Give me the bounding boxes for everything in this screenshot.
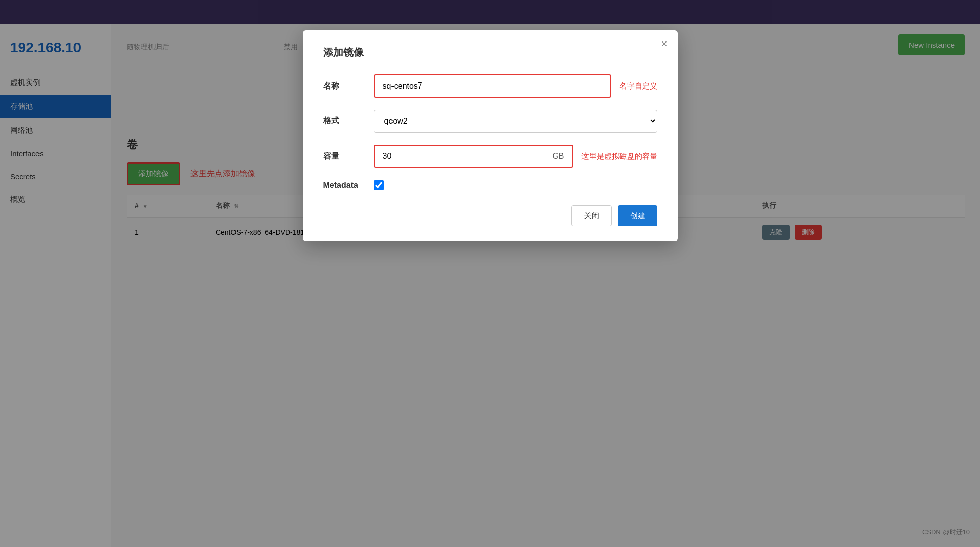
name-annotation: 名字自定义 — [619, 81, 657, 91]
capacity-input[interactable] — [375, 146, 544, 167]
form-row-metadata: Metadata — [323, 180, 657, 190]
format-label: 格式 — [323, 116, 374, 127]
format-select[interactable]: qcow2 raw vmdk iso — [374, 110, 657, 133]
add-image-modal: 添加镜像 × 名称 名字自定义 格式 qcow2 raw vmdk iso — [303, 30, 678, 241]
modal-close-button[interactable]: × — [661, 38, 668, 49]
modal-overlay: 添加镜像 × 名称 名字自定义 格式 qcow2 raw vmdk iso — [0, 0, 980, 547]
metadata-checkbox[interactable] — [374, 180, 384, 190]
capacity-label: 容量 — [323, 151, 374, 162]
format-select-wrapper: qcow2 raw vmdk iso — [374, 110, 657, 133]
modal-title: 添加镜像 — [323, 46, 657, 59]
capacity-suffix: GB — [544, 152, 572, 161]
name-label: 名称 — [323, 81, 374, 92]
metadata-label: Metadata — [323, 181, 374, 190]
name-input-wrapper — [374, 74, 611, 98]
modal-footer: 关闭 创建 — [323, 205, 657, 226]
form-row-name: 名称 名字自定义 — [323, 74, 657, 98]
form-row-capacity: 容量 GB 这里是虚拟磁盘的容量 — [323, 145, 657, 168]
capacity-annotation: 这里是虚拟磁盘的容量 — [581, 152, 657, 161]
create-button[interactable]: 创建 — [618, 205, 657, 226]
capacity-wrapper: GB — [374, 145, 573, 168]
form-row-format: 格式 qcow2 raw vmdk iso — [323, 110, 657, 133]
name-input[interactable] — [374, 74, 611, 98]
close-modal-button[interactable]: 关闭 — [571, 205, 612, 226]
